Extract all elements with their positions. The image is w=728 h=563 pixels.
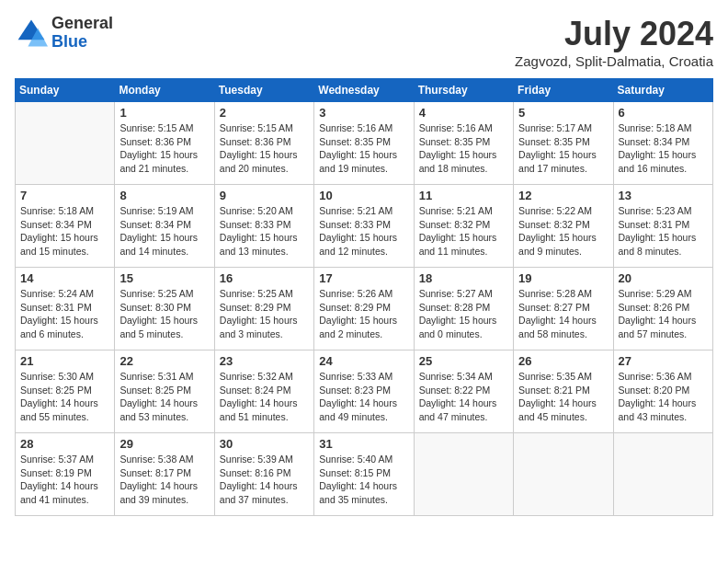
calendar-cell: 10Sunrise: 5:21 AMSunset: 8:33 PMDayligh… [314,185,414,268]
calendar-body: 1Sunrise: 5:15 AMSunset: 8:36 PMDaylight… [16,102,713,516]
day-number: 8 [119,189,209,202]
day-of-week-header: Monday [115,79,214,102]
logo-text: General Blue [51,15,113,52]
calendar-cell: 11Sunrise: 5:21 AMSunset: 8:32 PMDayligh… [414,185,513,268]
day-info: Sunrise: 5:30 AMSunset: 8:25 PMDaylight:… [20,370,109,424]
day-info: Sunrise: 5:18 AMSunset: 8:34 PMDaylight:… [619,121,708,176]
day-info: Sunrise: 5:28 AMSunset: 8:27 PMDaylight:… [518,287,608,341]
day-info: Sunrise: 5:37 AMSunset: 8:19 PMDaylight:… [20,453,109,507]
day-of-week-header: Wednesday [314,79,414,102]
calendar-cell: 25Sunrise: 5:34 AMSunset: 8:22 PMDayligh… [414,350,513,433]
calendar-cell: 12Sunrise: 5:22 AMSunset: 8:32 PMDayligh… [514,185,613,268]
day-info: Sunrise: 5:31 AMSunset: 8:25 PMDaylight:… [119,370,209,424]
day-info: Sunrise: 5:33 AMSunset: 8:23 PMDaylight:… [319,370,408,424]
day-number: 20 [619,271,708,285]
day-of-week-header: Saturday [613,79,712,102]
calendar-cell [414,433,513,516]
calendar-cell: 16Sunrise: 5:25 AMSunset: 8:29 PMDayligh… [214,268,313,350]
day-number: 22 [119,354,209,368]
day-info: Sunrise: 5:40 AMSunset: 8:15 PMDaylight:… [319,453,408,507]
calendar-cell: 24Sunrise: 5:33 AMSunset: 8:23 PMDayligh… [314,350,414,433]
calendar-cell: 30Sunrise: 5:39 AMSunset: 8:16 PMDayligh… [214,433,313,516]
day-info: Sunrise: 5:35 AMSunset: 8:21 PMDaylight:… [518,370,608,424]
calendar-cell: 22Sunrise: 5:31 AMSunset: 8:25 PMDayligh… [115,350,214,433]
title-block: July 2024 Zagvozd, Split-Dalmatia, Croat… [515,15,713,69]
calendar-cell [613,433,712,516]
calendar-cell: 15Sunrise: 5:25 AMSunset: 8:30 PMDayligh… [115,268,214,350]
calendar-cell: 3Sunrise: 5:16 AMSunset: 8:35 PMDaylight… [314,102,414,185]
day-info: Sunrise: 5:26 AMSunset: 8:29 PMDaylight:… [319,287,408,341]
day-number: 13 [619,189,708,202]
day-info: Sunrise: 5:24 AMSunset: 8:31 PMDaylight:… [20,287,109,341]
day-info: Sunrise: 5:16 AMSunset: 8:35 PMDaylight:… [419,121,508,176]
day-number: 2 [220,106,309,120]
day-info: Sunrise: 5:39 AMSunset: 8:16 PMDaylight:… [220,453,309,507]
calendar-cell: 19Sunrise: 5:28 AMSunset: 8:27 PMDayligh… [514,268,613,350]
day-number: 12 [518,189,608,202]
calendar-cell: 21Sunrise: 5:30 AMSunset: 8:25 PMDayligh… [16,350,115,433]
logo: General Blue [15,15,113,52]
week-row: 21Sunrise: 5:30 AMSunset: 8:25 PMDayligh… [16,350,713,433]
day-number: 24 [319,354,408,368]
day-info: Sunrise: 5:23 AMSunset: 8:31 PMDaylight:… [619,204,708,259]
calendar-cell: 17Sunrise: 5:26 AMSunset: 8:29 PMDayligh… [314,268,414,350]
day-number: 30 [220,437,309,451]
day-info: Sunrise: 5:25 AMSunset: 8:30 PMDaylight:… [119,287,209,341]
calendar-cell [16,102,115,185]
day-of-week-header: Friday [514,79,613,102]
logo-general-text: General [51,15,113,33]
month-title: July 2024 [515,15,713,53]
day-info: Sunrise: 5:15 AMSunset: 8:36 PMDaylight:… [119,121,209,176]
calendar-cell: 4Sunrise: 5:16 AMSunset: 8:35 PMDaylight… [414,102,513,185]
day-number: 7 [20,189,109,202]
day-info: Sunrise: 5:22 AMSunset: 8:32 PMDaylight:… [518,204,608,259]
calendar-cell: 8Sunrise: 5:19 AMSunset: 8:34 PMDaylight… [115,185,214,268]
week-row: 14Sunrise: 5:24 AMSunset: 8:31 PMDayligh… [16,268,713,350]
day-number: 3 [319,106,408,120]
calendar-cell: 28Sunrise: 5:37 AMSunset: 8:19 PMDayligh… [16,433,115,516]
calendar-cell: 9Sunrise: 5:20 AMSunset: 8:33 PMDaylight… [214,185,313,268]
day-info: Sunrise: 5:20 AMSunset: 8:33 PMDaylight:… [220,204,309,259]
calendar-cell: 29Sunrise: 5:38 AMSunset: 8:17 PMDayligh… [115,433,214,516]
day-of-week-header: Sunday [16,79,115,102]
day-number: 25 [419,354,508,368]
page-header: General Blue July 2024 Zagvozd, Split-Da… [15,15,713,69]
day-info: Sunrise: 5:38 AMSunset: 8:17 PMDaylight:… [119,453,209,507]
day-number: 19 [518,271,608,285]
day-number: 17 [319,271,408,285]
day-number: 28 [20,437,109,451]
logo-icon [15,17,48,50]
calendar-cell: 27Sunrise: 5:36 AMSunset: 8:20 PMDayligh… [613,350,712,433]
calendar-cell: 14Sunrise: 5:24 AMSunset: 8:31 PMDayligh… [16,268,115,350]
week-row: 1Sunrise: 5:15 AMSunset: 8:36 PMDaylight… [16,102,713,185]
day-info: Sunrise: 5:21 AMSunset: 8:33 PMDaylight:… [319,204,408,259]
calendar-cell: 6Sunrise: 5:18 AMSunset: 8:34 PMDaylight… [613,102,712,185]
day-number: 9 [220,189,309,202]
day-number: 14 [20,271,109,285]
day-number: 6 [619,106,708,120]
day-number: 1 [119,106,209,120]
day-of-week-header: Tuesday [214,79,313,102]
calendar-cell: 1Sunrise: 5:15 AMSunset: 8:36 PMDaylight… [115,102,214,185]
day-info: Sunrise: 5:19 AMSunset: 8:34 PMDaylight:… [119,204,209,259]
calendar-cell: 18Sunrise: 5:27 AMSunset: 8:28 PMDayligh… [414,268,513,350]
week-row: 28Sunrise: 5:37 AMSunset: 8:19 PMDayligh… [16,433,713,516]
day-number: 29 [119,437,209,451]
calendar-cell: 5Sunrise: 5:17 AMSunset: 8:35 PMDaylight… [514,102,613,185]
day-number: 10 [319,189,408,202]
calendar-cell: 13Sunrise: 5:23 AMSunset: 8:31 PMDayligh… [613,185,712,268]
day-info: Sunrise: 5:17 AMSunset: 8:35 PMDaylight:… [518,121,608,176]
day-number: 27 [619,354,708,368]
day-info: Sunrise: 5:25 AMSunset: 8:29 PMDaylight:… [220,287,309,341]
calendar-table: SundayMondayTuesdayWednesdayThursdayFrid… [15,78,713,516]
calendar-cell: 23Sunrise: 5:32 AMSunset: 8:24 PMDayligh… [214,350,313,433]
calendar-cell: 26Sunrise: 5:35 AMSunset: 8:21 PMDayligh… [514,350,613,433]
calendar-cell: 31Sunrise: 5:40 AMSunset: 8:15 PMDayligh… [314,433,414,516]
calendar-header: SundayMondayTuesdayWednesdayThursdayFrid… [16,79,713,102]
day-number: 23 [220,354,309,368]
day-number: 16 [220,271,309,285]
day-number: 4 [419,106,508,120]
calendar-cell: 2Sunrise: 5:15 AMSunset: 8:36 PMDaylight… [214,102,313,185]
location-text: Zagvozd, Split-Dalmatia, Croatia [515,53,713,69]
day-number: 11 [419,189,508,202]
